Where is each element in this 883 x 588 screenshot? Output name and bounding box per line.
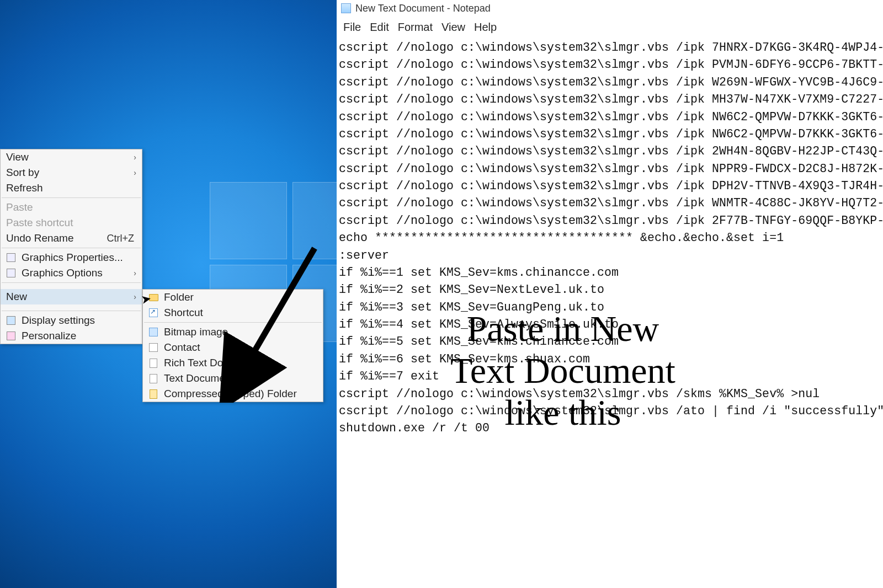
shortcut-hint: Ctrl+Z <box>107 233 135 244</box>
ctx-sort-by[interactable]: Sort by› <box>1 165 142 180</box>
separator <box>144 322 322 323</box>
new-shortcut[interactable]: Shortcut <box>143 305 323 320</box>
image-icon <box>148 327 158 337</box>
editor-area[interactable]: cscript //nologo c:\windows\system32\slm… <box>337 39 883 437</box>
gear-icon <box>6 253 16 263</box>
new-folder[interactable]: Folder <box>143 290 323 305</box>
ctx-graphics-options[interactable]: Graphics Options› <box>1 265 142 281</box>
document-icon <box>148 358 158 368</box>
menu-help[interactable]: Help <box>471 20 500 35</box>
chevron-right-icon: › <box>134 269 136 277</box>
chevron-right-icon: › <box>134 168 136 177</box>
ctx-display-settings[interactable]: Display settings <box>1 313 142 328</box>
ctx-paste-shortcut: Paste shortcut <box>1 215 142 231</box>
chevron-right-icon: › <box>134 292 136 301</box>
ctx-new[interactable]: New› <box>1 289 142 304</box>
zip-icon <box>148 389 158 399</box>
document-icon <box>148 373 158 383</box>
personalize-icon <box>6 331 16 341</box>
menu-view[interactable]: View <box>438 20 469 35</box>
ctx-refresh[interactable]: Refresh <box>1 180 142 196</box>
menu-file[interactable]: File <box>340 20 364 35</box>
contact-icon <box>148 343 158 352</box>
new-zip[interactable]: Compressed (zipped) Folder <box>143 386 323 402</box>
new-text-document[interactable]: Text Document <box>143 371 323 386</box>
ctx-personalize[interactable]: Personalize <box>1 328 142 344</box>
ctx-undo-rename[interactable]: Undo RenameCtrl+Z <box>1 231 142 246</box>
menu-format[interactable]: Format <box>395 20 436 35</box>
window-title: New Text Document - Notepad <box>355 3 491 14</box>
new-contact[interactable]: Contact <box>143 340 323 355</box>
new-submenu: Folder Shortcut Bitmap image Contact Ric… <box>142 289 323 402</box>
ctx-paste: Paste <box>1 200 142 215</box>
monitor-icon <box>6 316 16 325</box>
shortcut-icon <box>148 308 158 318</box>
desktop: View› Sort by› Refresh Paste Paste short… <box>0 0 337 588</box>
new-rtf[interactable]: Rich Text Document <box>143 355 323 371</box>
separator <box>2 197 141 198</box>
ctx-view[interactable]: View› <box>1 149 142 165</box>
gear-icon <box>6 268 16 278</box>
menu-edit[interactable]: Edit <box>366 20 392 35</box>
notepad-window: New Text Document - Notepad File Edit Fo… <box>337 0 883 588</box>
new-bitmap[interactable]: Bitmap image <box>143 324 323 340</box>
chevron-right-icon: › <box>134 153 136 162</box>
desktop-context-menu: View› Sort by› Refresh Paste Paste short… <box>0 149 142 344</box>
ctx-graphics-properties[interactable]: Graphics Properties... <box>1 250 142 265</box>
notepad-icon <box>341 3 351 13</box>
menubar: File Edit Format View Help <box>337 17 883 39</box>
window-titlebar[interactable]: New Text Document - Notepad <box>337 0 883 17</box>
separator <box>2 311 141 311</box>
separator <box>2 248 141 248</box>
separator <box>2 282 141 283</box>
